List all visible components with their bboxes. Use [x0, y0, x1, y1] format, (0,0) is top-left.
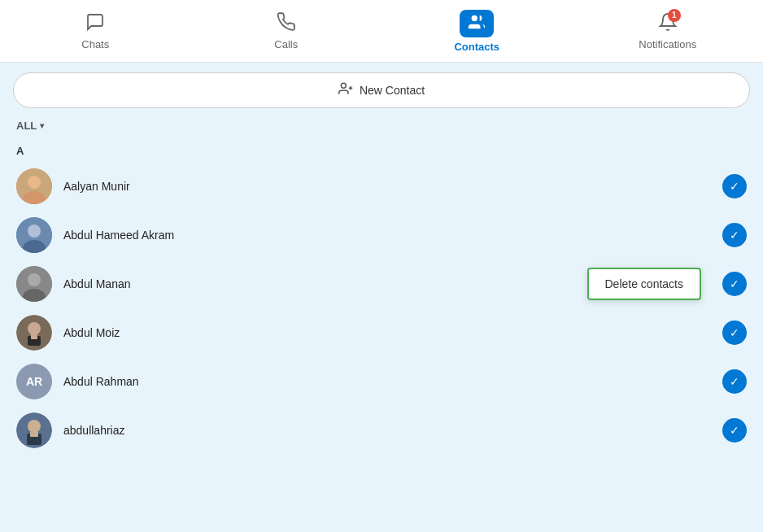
contacts-icon [460, 10, 494, 37]
notifications-icon: 1 [658, 12, 678, 35]
delete-contacts-label: Delete contacts [605, 277, 684, 290]
contact-list: Aalyan Munir ✓ Abdul Hameed Akram ✓ [13, 162, 750, 455]
section-label-a: A [13, 145, 750, 157]
svg-point-5 [28, 176, 41, 189]
contact-name: Aalyan Munir [63, 180, 711, 193]
contact-item[interactable]: abdullahriaz ✓ [13, 406, 750, 455]
calls-label: Calls [274, 38, 298, 50]
notifications-label: Notifications [639, 38, 696, 50]
svg-point-18 [28, 420, 41, 433]
contact-check-button[interactable]: ✓ [722, 272, 747, 296]
contact-item[interactable]: Abdul Manan Delete contacts ✓ [13, 259, 750, 308]
avatar [16, 412, 52, 448]
notification-badge: 1 [668, 9, 681, 22]
checkmark-icon: ✓ [730, 180, 739, 193]
svg-point-14 [28, 322, 41, 335]
contact-check-button[interactable]: ✓ [722, 223, 747, 247]
contact-name: Abdul Moiz [63, 326, 711, 339]
nav-item-chats[interactable]: Chats [0, 0, 191, 62]
contact-name: Abdul Hameed Akram [63, 229, 711, 242]
nav-item-contacts[interactable]: Contacts [382, 0, 573, 62]
chevron-down-icon: ▾ [40, 121, 44, 130]
avatar [16, 315, 52, 351]
checkmark-icon: ✓ [730, 424, 739, 437]
contact-name: Abdul Rahman [63, 375, 711, 388]
nav-item-calls[interactable]: Calls [191, 0, 382, 62]
avatar: AR [16, 364, 52, 399]
checkmark-icon: ✓ [730, 229, 739, 242]
chats-label: Chats [81, 38, 109, 50]
calls-icon [277, 12, 296, 35]
svg-point-8 [28, 225, 41, 238]
filter-label: ALL [16, 120, 37, 132]
contact-check-button[interactable]: ✓ [722, 369, 747, 394]
contact-check-button[interactable]: ✓ [722, 418, 747, 443]
svg-point-1 [341, 83, 346, 88]
filter-row[interactable]: ALL ▾ [13, 120, 750, 132]
contact-name: abdullahriaz [63, 424, 711, 437]
contact-check-button[interactable]: ✓ [722, 321, 747, 345]
svg-point-0 [472, 15, 477, 20]
svg-point-11 [28, 273, 41, 286]
checkmark-icon: ✓ [730, 375, 739, 388]
checkmark-icon: ✓ [730, 326, 739, 339]
new-contact-label: New Contact [360, 84, 425, 97]
checkmark-icon: ✓ [730, 277, 739, 290]
contact-item[interactable]: Abdul Hameed Akram ✓ [13, 211, 750, 259]
nav-item-notifications[interactable]: 1 Notifications [573, 0, 764, 62]
delete-contacts-menu[interactable]: Delete contacts [587, 268, 702, 300]
svg-rect-20 [30, 432, 38, 437]
avatar [16, 266, 52, 302]
contact-item[interactable]: AR Abdul Rahman ✓ [13, 357, 750, 406]
avatar [16, 168, 52, 204]
avatar [16, 217, 52, 253]
contacts-label: Contacts [454, 41, 499, 53]
main-content: New Contact ALL ▾ A Aalyan Munir ✓ [0, 63, 763, 532]
contact-check-button[interactable]: ✓ [722, 174, 747, 198]
chats-icon [85, 12, 105, 35]
svg-rect-16 [31, 334, 37, 339]
new-contact-button[interactable]: New Contact [13, 72, 750, 108]
contact-item[interactable]: Aalyan Munir ✓ [13, 162, 750, 211]
add-person-icon [338, 81, 353, 99]
navigation-bar: Chats Calls Contacts 1 Not [0, 0, 763, 63]
contact-item[interactable]: Abdul Moiz ✓ [13, 308, 750, 357]
